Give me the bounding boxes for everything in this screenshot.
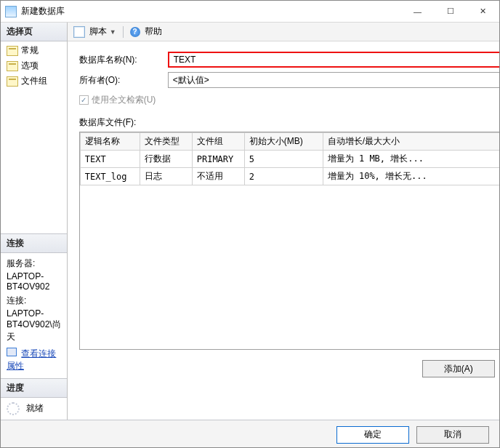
- server-label: 服务器:: [7, 257, 61, 270]
- pages-header: 选择页: [1, 23, 67, 41]
- minimize-button[interactable]: —: [401, 1, 434, 22]
- owner-input[interactable]: [168, 72, 500, 88]
- owner-label: 所有者(O):: [79, 74, 168, 87]
- progress-header: 进度: [1, 379, 67, 398]
- help-icon: ?: [130, 27, 140, 37]
- col-filegroup[interactable]: 文件组: [192, 133, 244, 151]
- script-icon: [73, 26, 85, 38]
- cell-growth[interactable]: 增量为 1 MB, 增长...: [323, 151, 500, 168]
- page-options[interactable]: 选项: [4, 58, 64, 73]
- chevron-down-icon[interactable]: ▼: [110, 28, 116, 36]
- grid-header-row: 逻辑名称 文件类型 文件组 初始大小(MB) 自动增长/最大大小: [80, 133, 500, 151]
- connection-icon: [7, 348, 17, 356]
- col-logical-name[interactable]: 逻辑名称: [80, 133, 140, 151]
- page-filegroups[interactable]: 文件组: [4, 73, 64, 89]
- cell-growth[interactable]: 增量为 10%, 增长无...: [323, 168, 500, 185]
- progress-status: 就绪: [26, 403, 44, 413]
- page-label: 选项: [21, 60, 39, 72]
- page-icon: [7, 46, 18, 56]
- app-icon: [5, 6, 17, 17]
- help-button[interactable]: 帮助: [145, 25, 162, 38]
- cell-group[interactable]: 不适用: [192, 168, 244, 185]
- col-initial-size[interactable]: 初始大小(MB): [244, 133, 323, 151]
- server-value: LAPTOP-BT4OV902: [7, 271, 61, 292]
- col-file-type[interactable]: 文件类型: [140, 133, 192, 151]
- files-grid[interactable]: 逻辑名称 文件类型 文件组 初始大小(MB) 自动增长/最大大小 TEXT 行数…: [79, 132, 500, 350]
- cell-name[interactable]: TEXT: [80, 151, 140, 168]
- files-label: 数据库文件(F):: [79, 116, 500, 129]
- toolbar-separator: [123, 26, 124, 38]
- window-title: 新建数据库: [21, 5, 401, 17]
- titlebar: 新建数据库 — ☐ ✕: [1, 1, 499, 23]
- footer: 确定 取消: [1, 420, 499, 448]
- add-button[interactable]: 添加(A): [422, 360, 495, 377]
- page-icon: [7, 76, 18, 87]
- table-row[interactable]: TEXT 行数据 PRIMARY 5 增量为 1 MB, 增长...: [80, 151, 500, 168]
- page-general[interactable]: 常规: [4, 43, 64, 58]
- cell-name[interactable]: TEXT_log: [80, 168, 140, 185]
- cancel-button[interactable]: 取消: [416, 426, 489, 444]
- close-button[interactable]: ✕: [467, 1, 499, 22]
- page-label: 常规: [21, 44, 39, 57]
- maximize-button[interactable]: ☐: [434, 1, 467, 22]
- ok-button[interactable]: 确定: [336, 426, 409, 444]
- progress-spinner-icon: [7, 402, 20, 415]
- fulltext-checkbox: ✓: [79, 95, 89, 105]
- connection-header: 连接: [1, 234, 67, 253]
- page-icon: [7, 61, 18, 71]
- toolbar: 脚本 ▼ ? 帮助: [68, 23, 500, 41]
- fulltext-label: 使用全文检索(U): [92, 94, 156, 106]
- connection-label: 连接:: [7, 295, 61, 307]
- cell-size[interactable]: 2: [244, 168, 323, 185]
- cell-size[interactable]: 5: [244, 151, 323, 168]
- left-panel: 选择页 常规 选项 文件组 连接 服务器: LAPTOP-BT4OV902 连接…: [1, 23, 68, 420]
- page-label: 文件组: [21, 75, 47, 87]
- right-panel: 脚本 ▼ ? 帮助 数据库名称(N): 所有者(O): ... ✓ 使用全文检索…: [68, 23, 500, 420]
- cell-type[interactable]: 日志: [140, 168, 192, 185]
- table-row[interactable]: TEXT_log 日志 不适用 2 增量为 10%, 增长无...: [80, 168, 500, 185]
- dbname-input[interactable]: [168, 52, 500, 68]
- col-autogrowth[interactable]: 自动增长/最大大小: [323, 133, 500, 151]
- script-button[interactable]: 脚本: [89, 25, 107, 38]
- cell-type[interactable]: 行数据: [140, 151, 192, 168]
- cell-group[interactable]: PRIMARY: [192, 151, 244, 168]
- dbname-label: 数据库名称(N):: [79, 54, 168, 66]
- connection-value: LAPTOP-BT4OV902\尚天: [7, 308, 61, 343]
